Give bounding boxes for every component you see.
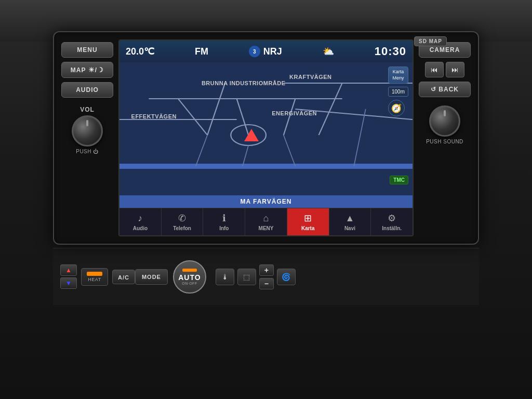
radio-mode-display: FM [195,46,208,57]
auto-button[interactable]: AUTO ON·OFF [173,260,206,294]
defrost-front-button[interactable]: 🌡 [216,269,234,285]
info-nav-label: Info [219,225,229,231]
map-button[interactable]: MAP ☀/☽ [61,62,113,78]
nav-info[interactable]: ℹ Info [203,208,245,235]
nav-triangle [244,129,259,141]
meny-label: Meny [392,75,405,82]
telefon-nav-icon: ✆ [178,212,186,224]
karta-label: Karta [392,69,405,75]
media-controls: ⏮ ⏭ [419,62,471,77]
auto-sub-label: ON·OFF [182,282,197,285]
nav-telefon[interactable]: ✆ Telefon [162,208,204,235]
meny-nav-label: MENY [259,225,274,231]
telefon-nav-label: Telefon [173,225,191,231]
unit-inner: MENU MAP ☀/☽ AUDIO VOL PUSH ⏻ 20.0℃ FM [61,39,471,236]
nav-audio[interactable]: ♪ Audio [119,208,162,235]
audio-nav-icon: ♪ [138,213,142,224]
tmc-badge: TMC [390,176,408,184]
back-button[interactable]: ↺ BACK [419,82,471,97]
nav-karta[interactable]: ⊞ Karta [287,208,329,235]
meny-nav-icon: ⌂ [263,213,269,224]
vol-knob[interactable] [72,115,103,147]
temperature-display: 20.0℃ [126,46,154,57]
menu-button[interactable]: MENU [61,42,113,58]
effektvagen-label: EFFEKTVÄGEN [131,113,177,119]
center-screen: 20.0℃ FM 3 NRJ ⛅ 10:30 [118,39,414,236]
nav-navi[interactable]: ▲ Navi [329,208,371,235]
map-area[interactable]: BRUNNA INDUSTRIOMRÅDE KRAFTVÄGEN EFFEKTV… [119,62,413,208]
time-display: 10:30 [375,45,406,58]
next-track-button[interactable]: ⏭ [446,62,464,77]
brunna-label: BRUNNA INDUSTRIOMRÅDE [202,80,286,86]
fan-minus-button[interactable]: − [259,278,274,289]
infotainment-unit: SD MAP MENU MAP ☀/☽ AUDIO VOL PUSH ⏻ [53,31,479,245]
energivagen-label: ENERGIVÄGEN [272,110,317,116]
map-controls-right: Karta Meny 100m 🧭 [388,66,408,116]
sound-knob[interactable] [429,105,460,137]
bottom-nav: ♪ Audio ✆ Telefon ℹ Info ⌂ MENY [119,208,413,235]
ac-button[interactable]: A/C [112,270,135,284]
current-road-bar: MA FARVÄGEN [119,195,413,208]
navi-nav-label: Navi [344,225,355,231]
auto-label: AUTO [178,273,201,282]
push-power-label: PUSH ⏻ [76,149,99,154]
car-interior: SD MAP MENU MAP ☀/☽ AUDIO VOL PUSH ⏻ [0,0,532,399]
heat-label: HEAT [88,277,101,282]
kraftvagen-label: KRAFTVÄGEN [289,74,331,80]
fan-plus-button[interactable]: + [259,264,274,276]
pk-badge: 3 [249,46,260,57]
auto-indicator [182,269,197,272]
karta-meny-button[interactable]: Karta Meny [388,66,408,84]
sd-map-badge: SD MAP [414,36,447,46]
vol-label: VOL [80,106,95,113]
nav-meny[interactable]: ⌂ MENY [245,208,287,235]
info-nav-icon: ℹ [222,212,226,224]
heat-indicator [87,272,102,276]
nav-installningar[interactable]: ⚙ Inställn. [371,208,413,235]
audio-nav-label: Audio [133,225,148,231]
station-name: NRJ [263,46,282,57]
temp-arrows: ▲ ▼ [60,264,77,289]
push-sound-label: PUSH SOUND [426,139,463,144]
push-sound-section: PUSH SOUND [419,105,471,144]
defrost-rear-button[interactable]: ⬚ [237,269,256,285]
fan-icon-button[interactable]: 🌀 [277,269,296,285]
day-night-icon: ☀/☽ [88,66,104,74]
karta-nav-label: Karta [301,225,315,231]
arrow-down-icon: ▼ [65,280,72,287]
status-bar: 20.0℃ FM 3 NRJ ⛅ 10:30 [119,41,413,62]
station-area: 3 NRJ [249,46,282,57]
mode-button[interactable]: MODE [135,269,168,285]
karta-nav-icon: ⊞ [304,212,312,224]
vol-section: VOL PUSH ⏻ [61,106,113,154]
audio-button[interactable]: AUDIO [61,82,113,98]
left-controls: MENU MAP ☀/☽ AUDIO VOL PUSH ⏻ [61,39,113,236]
climate-area: ▲ ▼ HEAT A/C MODE AUTO ON·OFF 🌡 ⬚ + − [53,248,479,305]
temp-up-button[interactable]: ▲ [60,264,77,276]
heat-button[interactable]: HEAT [81,268,108,286]
installningar-nav-icon: ⚙ [388,212,396,224]
right-controls: CAMERA ⏮ ⏭ ↺ BACK PUSH SOUND [419,39,471,236]
compass-button[interactable]: 🧭 [388,100,405,116]
arrow-up-icon: ▲ [65,267,72,274]
ac-label: A/C [118,274,129,281]
temp-down-button[interactable]: ▼ [60,277,77,289]
fan-controls: + − [259,264,274,289]
scale-box: 100m [388,87,408,97]
installningar-nav-label: Inställn. [382,225,402,231]
prev-track-button[interactable]: ⏮ [425,62,444,77]
climate-right-controls: 🌡 ⬚ + − 🌀 [216,264,296,289]
weather-icon: ⛅ [323,46,334,57]
navi-nav-icon: ▲ [345,213,355,224]
map-label: MAP [71,66,86,74]
